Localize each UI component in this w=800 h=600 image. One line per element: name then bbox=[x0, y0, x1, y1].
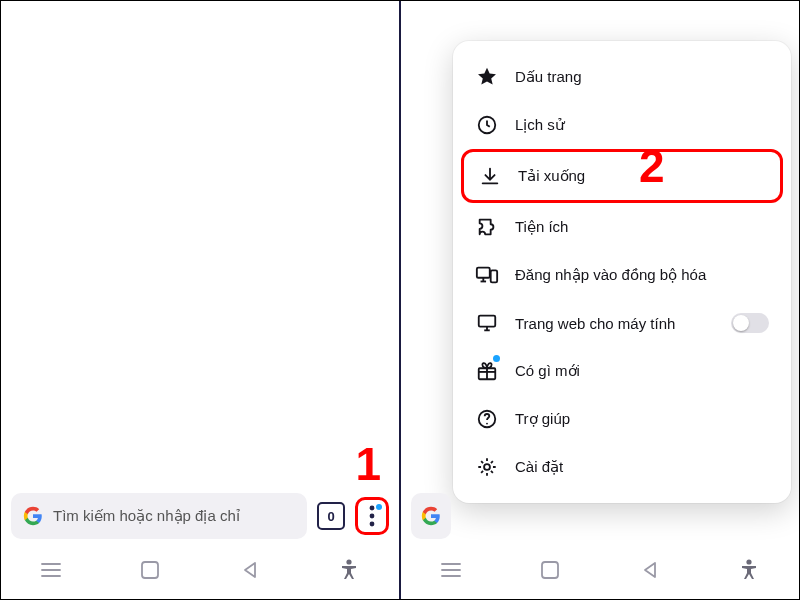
menu-item-label: Có gì mới bbox=[515, 362, 580, 380]
google-icon bbox=[421, 506, 441, 526]
tabs-count-button[interactable]: 0 bbox=[317, 502, 345, 530]
svg-point-7 bbox=[347, 559, 352, 564]
screenshot-step-1: Tìm kiếm hoặc nhập địa chỉ 0 bbox=[1, 1, 401, 599]
puzzle-icon bbox=[475, 215, 499, 239]
svg-rect-11 bbox=[479, 316, 496, 327]
accessibility-icon[interactable] bbox=[736, 557, 762, 583]
android-nav-bar bbox=[401, 551, 799, 589]
svg-rect-9 bbox=[477, 268, 490, 278]
desktop-icon bbox=[475, 311, 499, 335]
menu-item-downloads[interactable]: Tải xuống bbox=[461, 149, 783, 203]
menu-item-label: Tiện ích bbox=[515, 218, 568, 236]
menu-item-desktop-site[interactable]: Trang web cho máy tính bbox=[461, 299, 783, 347]
home-icon[interactable] bbox=[537, 557, 563, 583]
url-input[interactable]: Tìm kiếm hoặc nhập địa chỉ bbox=[11, 493, 307, 539]
svg-point-0 bbox=[370, 506, 375, 511]
svg-point-2 bbox=[370, 522, 375, 527]
menu-item-label: Cài đặt bbox=[515, 458, 563, 476]
svg-rect-6 bbox=[142, 562, 158, 578]
bottom-url-bar: Tìm kiếm hoặc nhập địa chỉ 0 bbox=[11, 493, 389, 539]
url-input[interactable] bbox=[411, 493, 451, 539]
android-nav-bar bbox=[1, 551, 399, 589]
annotation-step-2: 2 bbox=[639, 139, 665, 193]
notification-dot-icon bbox=[493, 355, 500, 362]
bottom-url-bar bbox=[411, 493, 789, 539]
download-icon bbox=[478, 164, 502, 188]
recent-apps-icon[interactable] bbox=[38, 557, 64, 583]
menu-item-help[interactable]: Trợ giúp bbox=[461, 395, 783, 443]
desktop-site-toggle[interactable] bbox=[731, 313, 769, 333]
menu-item-label: Lịch sử bbox=[515, 116, 565, 134]
svg-point-14 bbox=[486, 423, 488, 425]
overflow-menu-button[interactable] bbox=[355, 497, 389, 535]
notification-dot-icon bbox=[376, 504, 382, 510]
gift-icon bbox=[475, 359, 499, 383]
menu-item-label: Trợ giúp bbox=[515, 410, 570, 428]
help-icon bbox=[475, 407, 499, 431]
svg-rect-10 bbox=[491, 270, 497, 282]
recent-apps-icon[interactable] bbox=[438, 557, 464, 583]
gear-icon bbox=[475, 455, 499, 479]
menu-item-label: Tải xuống bbox=[518, 167, 585, 185]
back-icon[interactable] bbox=[237, 557, 263, 583]
url-placeholder: Tìm kiếm hoặc nhập địa chỉ bbox=[53, 507, 240, 525]
star-icon bbox=[475, 65, 499, 89]
svg-point-20 bbox=[747, 559, 752, 564]
svg-point-1 bbox=[370, 514, 375, 519]
overflow-menu: Dấu trang Lịch sử Tải xuống Tiện ích bbox=[453, 41, 791, 503]
menu-item-bookmarks[interactable]: Dấu trang bbox=[461, 53, 783, 101]
svg-rect-19 bbox=[542, 562, 558, 578]
sync-devices-icon bbox=[475, 263, 499, 287]
annotation-step-1: 1 bbox=[355, 437, 381, 491]
home-icon[interactable] bbox=[137, 557, 163, 583]
menu-item-whats-new[interactable]: Có gì mới bbox=[461, 347, 783, 395]
menu-item-history[interactable]: Lịch sử bbox=[461, 101, 783, 149]
google-icon bbox=[23, 506, 43, 526]
menu-item-label: Trang web cho máy tính bbox=[515, 315, 675, 332]
menu-item-sync-sign-in[interactable]: Đăng nhập vào đồng bộ hóa bbox=[461, 251, 783, 299]
back-icon[interactable] bbox=[637, 557, 663, 583]
menu-item-label: Dấu trang bbox=[515, 68, 582, 86]
menu-item-label: Đăng nhập vào đồng bộ hóa bbox=[515, 266, 706, 284]
menu-item-settings[interactable]: Cài đặt bbox=[461, 443, 783, 491]
menu-item-addons[interactable]: Tiện ích bbox=[461, 203, 783, 251]
screenshot-step-2: Dấu trang Lịch sử Tải xuống Tiện ích bbox=[401, 1, 799, 599]
accessibility-icon[interactable] bbox=[336, 557, 362, 583]
svg-point-15 bbox=[484, 464, 490, 470]
clock-icon bbox=[475, 113, 499, 137]
